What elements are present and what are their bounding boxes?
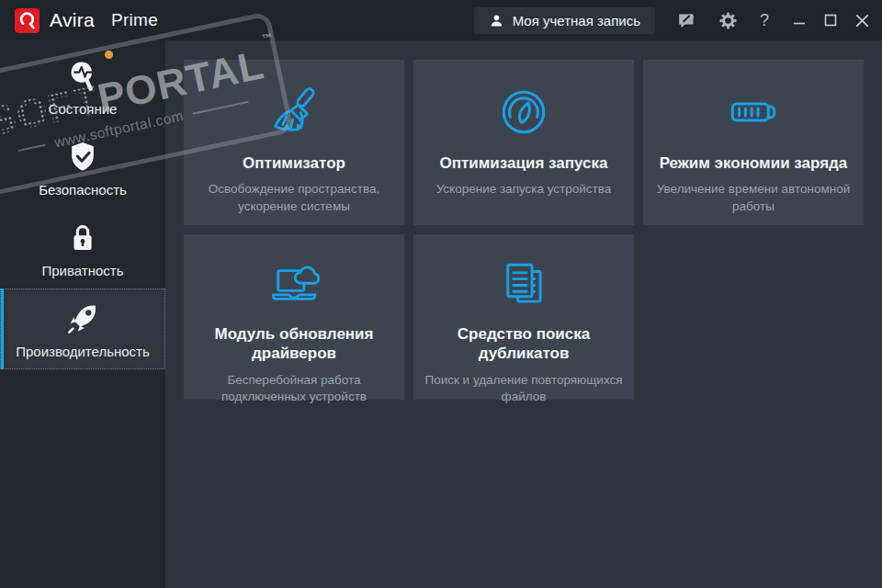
performance-panel: Оптимизатор Освобождение пространства, у… <box>165 40 882 588</box>
tile-subtitle: Освобождение пространства, ускорение сис… <box>194 181 394 216</box>
sidebar-item-label: Приватность <box>42 264 124 277</box>
sidebar-item-label: Состояние <box>49 102 118 116</box>
sidebar-item-status[interactable]: Состояние <box>0 46 165 127</box>
sidebar-item-label: Безопасность <box>39 183 127 197</box>
tile-title: Модуль обновления драйверов <box>197 324 391 364</box>
close-icon[interactable] <box>855 14 869 28</box>
user-icon <box>489 13 504 28</box>
activity-icon <box>64 57 101 96</box>
sidebar-item-privacy[interactable]: Приватность <box>0 208 165 288</box>
battery-icon <box>726 84 781 141</box>
duplicate-files-icon <box>497 258 550 311</box>
sidebar: Состояние Безопасность Приватность <box>0 40 165 588</box>
speedometer-icon <box>497 84 550 141</box>
tile-title: Средство поиска дубликатов <box>426 324 621 364</box>
status-badge <box>105 51 113 59</box>
broom-icon <box>267 84 321 141</box>
tile-driver-updater[interactable]: Модуль обновления драйверов Бесперебойна… <box>184 234 404 400</box>
tile-title: Режим экономии заряда <box>660 153 848 173</box>
tile-duplicate-finder[interactable]: Средство поиска дубликатов Поиск и удале… <box>413 234 634 400</box>
app-title-brand: Avira <box>50 9 95 31</box>
tile-subtitle: Бесперебойная работа подключенных устрой… <box>194 372 394 407</box>
feedback-icon[interactable] <box>677 11 696 30</box>
tiles-grid: Оптимизатор Освобождение пространства, у… <box>184 60 882 400</box>
account-button-label: Моя учетная запись <box>513 13 640 28</box>
maximize-icon[interactable] <box>824 14 837 27</box>
tile-subtitle: Ускорение запуска устройства <box>436 181 612 198</box>
brand: Avira Prime <box>15 8 158 33</box>
lock-icon <box>66 219 99 257</box>
tile-subtitle: Поиск и удаление повторяющихся файлов <box>424 372 624 407</box>
tile-optimizer[interactable]: Оптимизатор Освобождение пространства, у… <box>184 60 404 225</box>
tile-startup-optimizer[interactable]: Оптимизация запуска Ускорение запуска ус… <box>413 60 634 225</box>
rocket-icon <box>64 300 101 338</box>
shield-check-icon <box>65 138 100 176</box>
avira-window: Avira Prime Моя учетная запись <box>0 0 882 588</box>
tile-subtitle: Увеличение времени автономной работы <box>653 181 854 216</box>
avira-logo-icon <box>15 8 40 33</box>
sidebar-item-performance[interactable]: Производительность <box>0 288 165 369</box>
tile-title: Оптимизатор <box>243 153 345 173</box>
help-icon[interactable]: ? <box>760 12 769 28</box>
gear-icon[interactable] <box>718 11 738 30</box>
app-title-product: Prime <box>111 10 158 30</box>
titlebar: Avira Prime Моя учетная запись <box>0 0 882 40</box>
account-button[interactable]: Моя учетная запись <box>474 7 655 34</box>
tile-battery-saver[interactable]: Режим экономии заряда Увеличение времени… <box>643 60 864 225</box>
sidebar-item-label: Производительность <box>16 345 150 358</box>
sidebar-item-security[interactable]: Безопасность <box>0 127 165 208</box>
minimize-icon[interactable] <box>793 14 806 27</box>
window-controls <box>793 14 869 28</box>
tile-title: Оптимизация запуска <box>440 153 608 173</box>
titlebar-actions: Моя учетная запись <box>474 7 869 34</box>
laptop-cloud-icon <box>266 258 322 311</box>
